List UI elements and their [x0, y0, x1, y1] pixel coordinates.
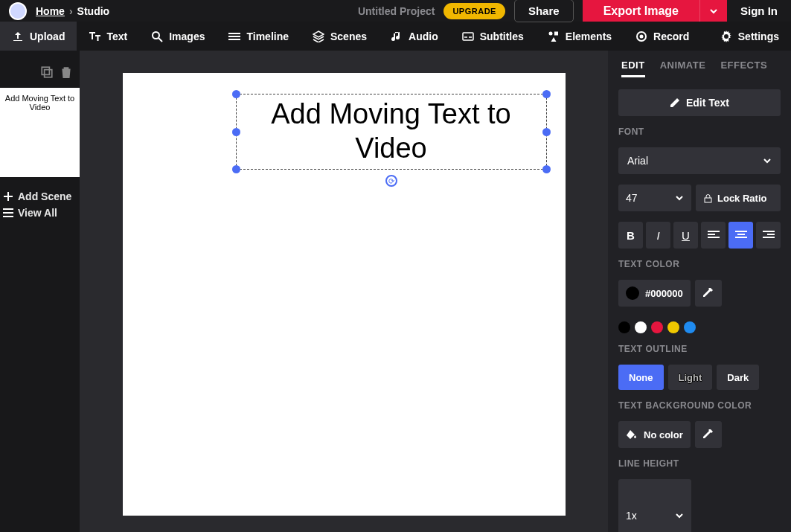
breadcrumb-home[interactable]: Home — [36, 5, 65, 17]
tool-images[interactable]: Images — [139, 22, 217, 51]
upload-icon — [12, 31, 24, 42]
tool-timeline[interactable]: Timeline — [217, 22, 301, 51]
scene-thumbnail[interactable]: Add Moving Text to Video — [0, 88, 80, 177]
scenes-panel: Add Moving Text to Video Add Scene View … — [0, 51, 80, 532]
tool-elements[interactable]: Elements — [536, 22, 624, 51]
svg-rect-3 — [554, 31, 558, 35]
resize-handle-mr[interactable] — [542, 128, 551, 136]
resize-handle-bl[interactable] — [232, 165, 240, 173]
breadcrumb-sep: › — [69, 5, 73, 17]
breadcrumb-current: Studio — [77, 5, 110, 17]
trash-icon[interactable] — [60, 65, 73, 79]
properties-panel: EDIT ANIMATE EFFECTS Edit Text FONT Aria… — [608, 51, 791, 532]
canvas[interactable]: Add Moving Text to Video ⟳ — [123, 73, 566, 516]
tool-audio[interactable]: Audio — [379, 22, 450, 51]
underline-button[interactable]: U — [673, 222, 698, 249]
resize-handle-tl[interactable] — [232, 90, 240, 98]
line-height-label: LINE HEIGHT — [618, 458, 781, 469]
signin-link[interactable]: Sign In — [736, 4, 782, 17]
color-swatch-white[interactable] — [635, 321, 647, 333]
tool-settings[interactable]: Settings — [708, 22, 791, 51]
edit-text-label: Edit Text — [686, 97, 729, 109]
text-icon — [89, 31, 100, 42]
tool-record-label: Record — [653, 31, 689, 42]
align-left-icon — [708, 231, 720, 240]
font-family-select[interactable]: Arial — [618, 147, 781, 174]
elements-icon — [548, 31, 560, 42]
chevron-down-icon — [675, 511, 684, 520]
timeline-icon — [228, 31, 240, 42]
scenes-icon — [313, 31, 324, 42]
lock-ratio-label: Lock Ratio — [717, 193, 766, 204]
selected-text-box[interactable]: Add Moving Text to Video ⟳ — [236, 94, 547, 170]
outline-light-button[interactable]: Light — [668, 365, 713, 390]
tool-scenes-label: Scenes — [330, 31, 367, 42]
preset-colors — [618, 317, 781, 333]
text-color-label: TEXT COLOR — [618, 259, 781, 269]
paint-bucket-icon — [626, 429, 638, 440]
tool-timeline-label: Timeline — [246, 31, 289, 42]
add-scene-link[interactable]: Add Scene — [3, 190, 80, 202]
font-size-select[interactable]: 47 — [618, 185, 691, 211]
line-height-value: 1x — [626, 510, 637, 522]
outline-none-button[interactable]: None — [618, 365, 664, 390]
svg-point-5 — [640, 34, 644, 38]
canvas-area[interactable]: Add Moving Text to Video ⟳ — [80, 51, 608, 532]
project-name[interactable]: Untitled Project — [358, 5, 435, 17]
duplicate-icon[interactable] — [40, 65, 54, 79]
color-swatch-yellow[interactable] — [667, 321, 679, 333]
color-swatch-black[interactable] — [618, 321, 630, 333]
text-color-swatch — [626, 286, 639, 300]
tab-animate[interactable]: ANIMATE — [660, 60, 706, 77]
lock-icon — [703, 193, 713, 203]
upgrade-button[interactable]: UPGRADE — [443, 3, 505, 19]
tool-scenes[interactable]: Scenes — [301, 22, 379, 51]
bg-color-label: TEXT BACKGROUND COLOR — [618, 400, 781, 411]
text-color-value: #000000 — [645, 288, 683, 299]
share-button[interactable]: Share — [514, 0, 574, 22]
font-size-value: 47 — [626, 192, 638, 204]
bold-button[interactable]: B — [618, 222, 643, 249]
upload-button[interactable]: Upload — [0, 22, 77, 51]
view-all-link[interactable]: View All — [3, 207, 80, 219]
pencil-icon — [670, 97, 680, 108]
tool-images-label: Images — [169, 31, 205, 42]
chevron-down-icon — [675, 193, 684, 202]
tool-record[interactable]: Record — [624, 22, 701, 51]
svg-rect-8 — [705, 198, 711, 202]
breadcrumb: Home › Studio — [36, 5, 109, 17]
edit-text-button[interactable]: Edit Text — [618, 89, 781, 116]
tool-audio-label: Audio — [409, 31, 438, 42]
tab-effects[interactable]: EFFECTS — [720, 60, 767, 77]
resize-handle-br[interactable] — [542, 165, 551, 173]
eyedropper-button[interactable] — [695, 280, 722, 307]
export-chevron[interactable] — [699, 0, 727, 22]
align-center-icon — [735, 231, 747, 240]
font-label: FONT — [618, 126, 781, 137]
tab-edit[interactable]: EDIT — [621, 60, 645, 77]
export-button[interactable]: Export Image — [583, 0, 699, 22]
line-height-select[interactable]: 1x — [618, 479, 691, 532]
avatar[interactable] — [9, 2, 27, 20]
align-left-button[interactable] — [701, 222, 726, 249]
tool-subtitles[interactable]: Subtitles — [450, 22, 536, 51]
bg-eyedropper-button[interactable] — [695, 421, 722, 448]
tool-elements-label: Elements — [566, 31, 612, 42]
search-icon — [151, 31, 163, 42]
eyedropper-icon — [703, 429, 714, 440]
color-swatch-blue[interactable] — [684, 321, 696, 333]
upload-label: Upload — [30, 31, 65, 42]
resize-handle-ml[interactable] — [232, 128, 240, 136]
tool-text[interactable]: Text — [77, 22, 139, 51]
resize-handle-tr[interactable] — [542, 90, 551, 98]
bg-color-picker[interactable]: No color — [618, 421, 691, 448]
outline-dark-button[interactable]: Dark — [717, 365, 759, 390]
audio-icon — [391, 31, 403, 42]
text-color-picker[interactable]: #000000 — [618, 280, 691, 307]
italic-button[interactable]: I — [646, 222, 670, 249]
color-swatch-red[interactable] — [651, 321, 663, 333]
align-center-button[interactable] — [728, 222, 753, 249]
lock-ratio-button[interactable]: Lock Ratio — [696, 185, 781, 211]
rotate-handle[interactable]: ⟳ — [385, 175, 397, 187]
align-right-button[interactable] — [756, 222, 781, 249]
